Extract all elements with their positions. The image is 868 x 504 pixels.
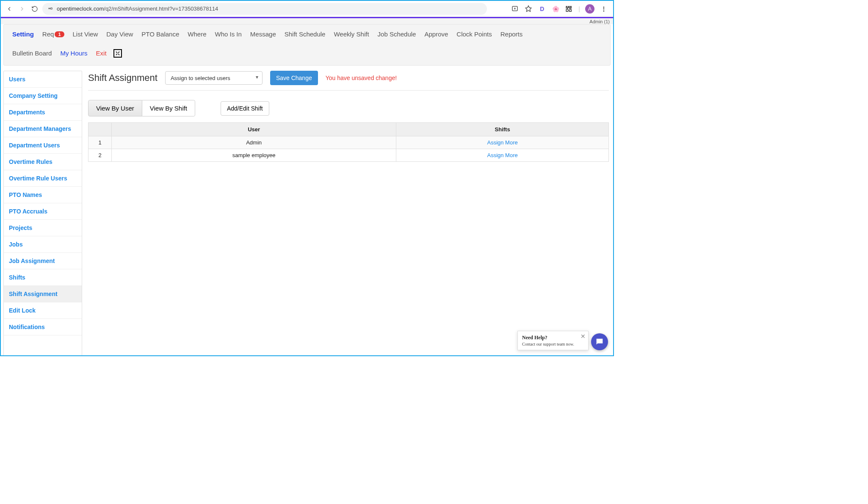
forward-button[interactable] xyxy=(17,4,27,14)
sidebar-item-users[interactable]: Users xyxy=(4,71,82,88)
sidebar-item-company-setting[interactable]: Company Setting xyxy=(4,88,82,104)
sidebar-item-projects[interactable]: Projects xyxy=(4,220,82,236)
help-close-icon[interactable]: ✕ xyxy=(581,333,586,340)
req-badge: 1 xyxy=(55,31,64,37)
sidebar-item-job-assignment[interactable]: Job Assignment xyxy=(4,253,82,269)
nav-pto-balance[interactable]: PTO Balance xyxy=(137,25,183,44)
sidebar-item-shifts[interactable]: Shifts xyxy=(4,269,82,286)
view-toggle-group: View By User View By Shift xyxy=(88,100,195,116)
nav-where[interactable]: Where xyxy=(183,25,210,44)
col-index xyxy=(88,123,112,136)
install-app-icon[interactable] xyxy=(511,5,519,13)
svg-point-0 xyxy=(49,8,50,8)
sidebar-item-departments[interactable]: Departments xyxy=(4,104,82,121)
chat-launcher[interactable] xyxy=(591,333,608,350)
nav-reports[interactable]: Reports xyxy=(496,25,527,44)
nav-weekly-shift[interactable]: Weekly Shift xyxy=(329,25,373,44)
nav-day-view[interactable]: Day View xyxy=(102,25,137,44)
sidebar-item-department-users[interactable]: Department Users xyxy=(4,137,82,154)
nav-shift-schedule[interactable]: Shift Schedule xyxy=(280,25,330,44)
col-shifts: Shifts xyxy=(396,123,609,136)
nav-exit[interactable]: Exit xyxy=(92,44,111,63)
sidebar-item-notifications[interactable]: Notifications xyxy=(4,319,82,335)
nav-my-hours[interactable]: My Hours xyxy=(56,44,91,63)
help-subtitle: Contact our support team now. xyxy=(522,342,584,346)
nav-list-view[interactable]: List View xyxy=(69,25,102,44)
nav-job-schedule[interactable]: Job Schedule xyxy=(373,25,420,44)
fullscreen-icon[interactable] xyxy=(113,49,122,58)
site-info-icon[interactable] xyxy=(47,6,53,12)
sidebar-item-pto-names[interactable]: PTO Names xyxy=(4,187,82,203)
nav-setting[interactable]: Setting xyxy=(8,25,38,44)
table-row: 1AdminAssign More xyxy=(88,136,609,149)
page-title: Shift Assignment xyxy=(88,72,158,83)
extension-d-icon[interactable]: D xyxy=(538,5,546,13)
assign-more-link[interactable]: Assign More xyxy=(487,139,517,146)
row-shifts: Assign More xyxy=(396,149,609,162)
bookmark-star-icon[interactable] xyxy=(524,5,533,13)
view-by-user-button[interactable]: View By User xyxy=(88,100,142,116)
assign-mode-select[interactable]: Assign to selected users xyxy=(165,71,263,85)
sidebar-item-overtime-rule-users[interactable]: Overtime Rule Users xyxy=(4,170,82,187)
extension-flower-icon[interactable]: 🌸 xyxy=(551,5,560,13)
top-nav: Setting Req1 List View Day View PTO Bala… xyxy=(3,24,611,66)
browser-toolbar: opentimeclock.com/q2/mShiftAssignment.ht… xyxy=(1,1,613,17)
assign-more-link[interactable]: Assign More xyxy=(487,152,517,158)
sidebar-item-department-managers[interactable]: Department Managers xyxy=(4,121,82,137)
profile-avatar[interactable]: A xyxy=(585,4,594,14)
nav-who-is-in[interactable]: Who Is In xyxy=(211,25,246,44)
nav-clock-points[interactable]: Clock Points xyxy=(452,25,496,44)
row-index: 2 xyxy=(88,149,112,162)
address-bar[interactable]: opentimeclock.com/q2/mShiftAssignment.ht… xyxy=(42,3,487,15)
help-title: Need Help? xyxy=(522,335,584,341)
reload-button[interactable] xyxy=(30,4,40,14)
sidebar-item-shift-assignment[interactable]: Shift Assignment xyxy=(4,286,82,302)
sidebar-item-jobs[interactable]: Jobs xyxy=(4,236,82,253)
row-shifts: Assign More xyxy=(396,136,609,149)
nav-message[interactable]: Message xyxy=(246,25,280,44)
row-user: sample employee xyxy=(112,149,396,162)
sidebar-item-edit-lock[interactable]: Edit Lock xyxy=(4,302,82,319)
assign-mode-dropdown[interactable]: Assign to selected users xyxy=(165,71,263,85)
svg-rect-1 xyxy=(51,8,53,9)
row-user: Admin xyxy=(112,136,396,149)
settings-sidebar: UsersCompany SettingDepartmentsDepartmen… xyxy=(3,71,82,356)
sidebar-item-overtime-rules[interactable]: Overtime Rules xyxy=(4,154,82,170)
browser-menu-icon[interactable]: ⋮ xyxy=(600,5,608,13)
table-row: 2sample employeeAssign More xyxy=(88,149,609,162)
sidebar-item-pto-accruals[interactable]: PTO Accruals xyxy=(4,203,82,220)
col-user: User xyxy=(112,123,396,136)
nav-bulletin-board[interactable]: Bulletin Board xyxy=(8,44,56,63)
back-button[interactable] xyxy=(4,4,14,14)
save-change-button[interactable]: Save Change xyxy=(270,71,318,85)
view-by-shift-button[interactable]: View By Shift xyxy=(142,100,195,116)
url-text: opentimeclock.com/q2/mShiftAssignment.ht… xyxy=(57,6,218,12)
nav-req[interactable]: Req1 xyxy=(38,25,69,44)
add-edit-shift-button[interactable]: Add/Edit Shift xyxy=(221,101,269,116)
extensions-puzzle-icon[interactable] xyxy=(565,5,573,13)
assignment-table: User Shifts 1AdminAssign More2sample emp… xyxy=(88,122,609,162)
unsaved-warning: You have unsaved change! xyxy=(326,75,397,81)
row-index: 1 xyxy=(88,136,112,149)
admin-label: Admin (1) xyxy=(1,18,613,24)
nav-approve[interactable]: Approve xyxy=(420,25,452,44)
help-popup: ✕ Need Help? Contact our support team no… xyxy=(517,331,589,350)
